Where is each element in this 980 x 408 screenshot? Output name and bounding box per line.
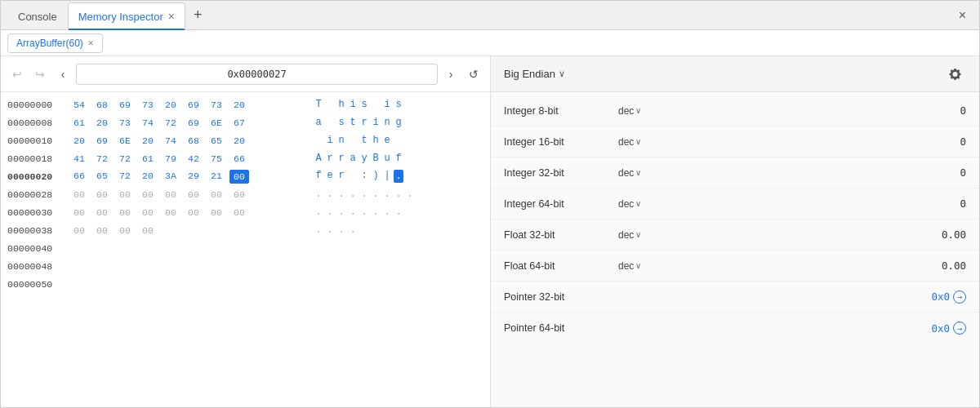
- ascii-char[interactable]: .: [371, 188, 381, 200]
- ascii-char[interactable]: .: [359, 206, 369, 218]
- byte-cell[interactable]: 00: [229, 188, 249, 201]
- prev-button[interactable]: ‹: [53, 64, 73, 84]
- ascii-char[interactable]: .: [382, 188, 392, 200]
- ascii-char[interactable]: .: [371, 206, 381, 218]
- ascii-char[interactable]: e: [325, 170, 335, 183]
- refresh-button[interactable]: ↺: [464, 64, 483, 84]
- sub-tab-close[interactable]: ×: [88, 38, 94, 49]
- byte-cell[interactable]: 00: [92, 188, 112, 201]
- navigate-pointer-icon[interactable]: →: [953, 290, 966, 304]
- byte-cell[interactable]: 74: [138, 117, 158, 129]
- ascii-char[interactable]: i: [382, 99, 392, 110]
- byte-cell[interactable]: 65: [92, 170, 112, 184]
- ascii-char[interactable]: r: [336, 153, 346, 164]
- ascii-char[interactable]: .: [382, 206, 392, 218]
- byte-cell[interactable]: 00: [229, 170, 249, 184]
- ascii-char[interactable]: h: [371, 135, 381, 146]
- ascii-char[interactable]: .: [325, 188, 335, 200]
- byte-cell[interactable]: 68: [92, 99, 112, 111]
- byte-cell[interactable]: 20: [138, 135, 158, 147]
- ascii-char[interactable]: i: [325, 135, 335, 146]
- byte-cell[interactable]: 6E: [207, 117, 226, 129]
- byte-cell[interactable]: 00: [138, 206, 158, 219]
- ascii-char[interactable]: i: [371, 117, 381, 128]
- ascii-char[interactable]: [314, 135, 323, 146]
- tab-console[interactable]: Console: [7, 2, 68, 30]
- ascii-char[interactable]: T: [314, 99, 323, 110]
- ascii-char[interactable]: e: [382, 135, 392, 146]
- byte-cell[interactable]: 00: [115, 188, 135, 201]
- byte-cell[interactable]: 61: [138, 153, 158, 165]
- ascii-char[interactable]: .: [348, 224, 358, 236]
- tab-add-button[interactable]: +: [187, 3, 209, 27]
- ascii-char[interactable]: r: [336, 170, 346, 183]
- ascii-char[interactable]: f: [394, 153, 403, 164]
- navigate-pointer-icon[interactable]: →: [953, 322, 966, 335]
- format-select[interactable]: dec∨: [618, 198, 641, 210]
- byte-cell[interactable]: 69: [184, 117, 203, 129]
- ascii-char[interactable]: .: [348, 206, 358, 218]
- next-button[interactable]: ›: [441, 64, 461, 84]
- ascii-char[interactable]: [348, 135, 358, 146]
- byte-cell[interactable]: 00: [207, 188, 226, 201]
- byte-cell[interactable]: 00: [115, 206, 135, 219]
- byte-cell[interactable]: 00: [92, 224, 112, 237]
- byte-cell[interactable]: 00: [69, 188, 89, 201]
- byte-cell[interactable]: 00: [138, 188, 158, 201]
- byte-cell[interactable]: 69: [115, 99, 135, 111]
- ascii-char[interactable]: s: [359, 99, 369, 110]
- ascii-char[interactable]: .: [336, 224, 346, 236]
- ascii-char[interactable]: a: [314, 117, 323, 128]
- ascii-char[interactable]: t: [359, 135, 369, 146]
- ascii-char[interactable]: r: [359, 117, 369, 128]
- byte-cell[interactable]: 73: [115, 117, 135, 129]
- ascii-char[interactable]: .: [348, 188, 358, 200]
- ascii-char[interactable]: .: [394, 188, 403, 200]
- type-value[interactable]: 0x0→: [931, 290, 966, 304]
- ascii-char[interactable]: ): [371, 170, 381, 183]
- byte-cell[interactable]: 61: [69, 117, 89, 129]
- byte-cell[interactable]: 20: [161, 99, 180, 111]
- byte-cell[interactable]: 00: [115, 224, 135, 237]
- window-close-button[interactable]: ×: [952, 5, 973, 26]
- byte-cell[interactable]: 20: [138, 170, 158, 184]
- ascii-char[interactable]: u: [382, 153, 392, 164]
- byte-cell[interactable]: 75: [207, 153, 226, 165]
- byte-cell[interactable]: 00: [69, 206, 89, 219]
- ascii-char[interactable]: h: [336, 99, 346, 110]
- tab-memory-close[interactable]: ×: [168, 11, 175, 22]
- ascii-char[interactable]: y: [359, 153, 369, 164]
- ascii-char[interactable]: g: [394, 117, 403, 128]
- byte-cell[interactable]: 00: [184, 206, 203, 219]
- address-input[interactable]: [76, 64, 438, 85]
- byte-cell[interactable]: 20: [69, 135, 89, 147]
- ascii-char[interactable]: .: [394, 170, 403, 183]
- byte-cell[interactable]: 66: [69, 170, 89, 184]
- byte-cell[interactable]: 20: [229, 135, 249, 147]
- byte-cell[interactable]: 3A: [161, 170, 180, 184]
- undo-button[interactable]: ↩: [7, 64, 27, 84]
- format-select[interactable]: dec∨: [618, 229, 641, 241]
- tab-memory-inspector[interactable]: Memory Inspector ×: [68, 2, 185, 30]
- ascii-char[interactable]: i: [348, 99, 358, 110]
- ascii-char[interactable]: r: [325, 153, 335, 164]
- format-select[interactable]: dec∨: [618, 136, 641, 148]
- byte-cell[interactable]: 69: [92, 135, 112, 147]
- byte-cell[interactable]: 54: [69, 99, 89, 111]
- byte-cell[interactable]: 21: [207, 170, 226, 184]
- byte-cell[interactable]: 29: [184, 170, 203, 184]
- byte-cell[interactable]: 20: [92, 117, 112, 129]
- byte-cell[interactable]: 42: [184, 153, 203, 165]
- ascii-char[interactable]: n: [382, 117, 392, 128]
- byte-cell[interactable]: 41: [69, 153, 89, 165]
- ascii-char[interactable]: :: [359, 170, 369, 183]
- byte-cell[interactable]: 00: [229, 206, 249, 219]
- byte-cell[interactable]: 66: [229, 153, 249, 165]
- sub-tab-arraybuffer[interactable]: ArrayBuffer(60) ×: [7, 33, 103, 53]
- ascii-char[interactable]: [325, 117, 335, 128]
- ascii-char[interactable]: .: [394, 206, 403, 218]
- byte-cell[interactable]: 72: [92, 153, 112, 165]
- ascii-char[interactable]: .: [359, 188, 369, 200]
- ascii-char[interactable]: .: [336, 206, 346, 218]
- byte-cell[interactable]: 72: [161, 117, 180, 129]
